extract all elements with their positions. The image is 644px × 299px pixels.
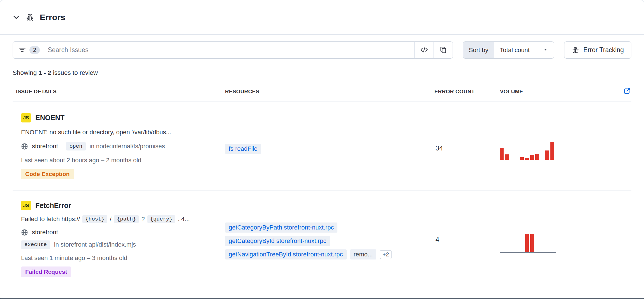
panel-content: 2 Sort by Total count bbox=[0, 41, 644, 286]
span-name-chip: execute bbox=[21, 240, 50, 249]
toolbar: 2 Sort by Total count bbox=[13, 41, 631, 59]
query-syntax-button[interactable] bbox=[414, 42, 434, 58]
volume-sparkline bbox=[500, 234, 556, 253]
filter-icon bbox=[18, 46, 26, 54]
last-seen-text: Last seen about 2 hours ago – 2 months o… bbox=[21, 157, 217, 164]
issue-row[interactable]: JS ENOENT ENOENT: no such file or direct… bbox=[13, 101, 631, 191]
resource-list: fs readFile bbox=[225, 144, 434, 154]
bug-icon bbox=[26, 13, 34, 22]
issue-row[interactable]: JS FetchError Failed to fetch https:// {… bbox=[13, 191, 631, 286]
col-header-error-count: ERROR COUNT bbox=[434, 89, 500, 95]
code-chip-path: {path} bbox=[114, 215, 139, 223]
resource-chip[interactable]: getNavigationTreeById storefront-nuxt.rp… bbox=[225, 249, 347, 259]
more-resources-badge[interactable]: +2 bbox=[380, 250, 392, 259]
copy-icon bbox=[439, 46, 447, 54]
code-chip-host: {host} bbox=[82, 215, 107, 223]
error-location: in storefront-api/dist/index.mjs bbox=[54, 241, 136, 248]
error-tracking-label: Error Tracking bbox=[583, 46, 624, 54]
error-count-value: 34 bbox=[435, 144, 443, 152]
volume-cell bbox=[500, 191, 631, 286]
globe-icon bbox=[21, 229, 28, 236]
issue-meta-row: storefront open in node:internal/fs/prom… bbox=[21, 142, 217, 150]
summary-range: 1 - 2 bbox=[39, 69, 51, 76]
table-header-row: ISSUE DETAILS RESOURCES ERROR COUNT VOLU… bbox=[13, 85, 631, 101]
sort-select[interactable]: Total count bbox=[494, 42, 554, 58]
resources-cell: fs readFile bbox=[225, 101, 434, 191]
panel-header: Errors bbox=[0, 0, 644, 35]
resource-chip-truncated[interactable]: remo... bbox=[350, 249, 376, 259]
resource-line: getNavigationTreeById storefront-nuxt.rp… bbox=[225, 249, 392, 259]
filter-count-badge: 2 bbox=[29, 46, 40, 54]
issue-title[interactable]: FetchError bbox=[35, 201, 71, 210]
resources-cell: getCategoryByPath storefront-nuxt.rpc ge… bbox=[225, 191, 434, 286]
service-name: storefront bbox=[32, 143, 58, 150]
resource-chip[interactable]: fs readFile bbox=[225, 144, 261, 154]
volume-sparkline bbox=[500, 142, 556, 160]
message-text: ? bbox=[141, 215, 145, 223]
globe-icon bbox=[21, 143, 28, 150]
issue-meta-row: storefront bbox=[21, 229, 217, 236]
issue-title-row: JS FetchError bbox=[21, 201, 217, 210]
issue-message: ENOENT: no such file or directory, open … bbox=[21, 129, 217, 136]
language-js-badge: JS bbox=[21, 201, 31, 210]
category-badge: Failed Request bbox=[21, 266, 71, 277]
search-bar: 2 bbox=[13, 41, 453, 59]
col-header-resources: RESOURCES bbox=[225, 89, 434, 95]
resource-chip[interactable]: getCategoryByPath storefront-nuxt.rpc bbox=[225, 222, 337, 233]
issue-details-cell: JS ENOENT ENOENT: no such file or direct… bbox=[13, 101, 225, 191]
language-js-badge: JS bbox=[21, 113, 31, 122]
search-input[interactable] bbox=[44, 42, 414, 58]
sort-selected-value: Total count bbox=[500, 47, 530, 54]
message-text: / bbox=[110, 215, 112, 223]
summary-prefix: Showing bbox=[13, 69, 37, 76]
category-badge: Code Exception bbox=[21, 169, 74, 179]
error-count-cell: 34 bbox=[434, 101, 500, 191]
results-summary: Showing 1 - 2 issues to review bbox=[13, 69, 631, 77]
error-location: in node:internal/fs/promises bbox=[90, 143, 165, 150]
issues-table: ISSUE DETAILS RESOURCES ERROR COUNT VOLU… bbox=[13, 85, 631, 286]
sort-control: Sort by Total count bbox=[463, 41, 554, 59]
issue-message: Failed to fetch https:// {host} / {path}… bbox=[21, 215, 217, 223]
collapse-chevron-icon[interactable] bbox=[13, 14, 20, 21]
divider bbox=[62, 143, 62, 150]
summary-suffix: issues to review bbox=[53, 69, 98, 76]
col-header-issue-details: ISSUE DETAILS bbox=[13, 89, 225, 95]
error-count-value: 4 bbox=[435, 236, 439, 243]
bug-icon bbox=[572, 46, 580, 54]
page-title: Errors bbox=[40, 13, 65, 22]
issue-details-cell: JS FetchError Failed to fetch https:// {… bbox=[13, 191, 225, 286]
chevron-down-icon bbox=[543, 47, 548, 54]
error-tracking-button[interactable]: Error Tracking bbox=[564, 41, 631, 59]
issue-meta-row: execute in storefront-api/dist/index.mjs bbox=[21, 240, 217, 249]
open-in-new-icon[interactable] bbox=[623, 87, 631, 96]
code-icon bbox=[420, 46, 428, 55]
col-header-volume-cell: VOLUME bbox=[500, 87, 631, 96]
service-name: storefront bbox=[32, 229, 58, 236]
span-name-chip: open bbox=[66, 142, 86, 150]
issue-title-row: JS ENOENT bbox=[21, 113, 217, 122]
last-seen-text: Last seen 1 minute ago – 3 months old bbox=[21, 254, 217, 262]
message-text: Failed to fetch https:// bbox=[21, 215, 80, 223]
volume-cell bbox=[500, 101, 631, 191]
error-count-cell: 4 bbox=[434, 191, 500, 286]
filters-button[interactable]: 2 bbox=[13, 42, 44, 58]
sort-by-label: Sort by bbox=[463, 42, 494, 58]
errors-panel: Errors 2 bbox=[0, 0, 644, 299]
message-text: . 4... bbox=[178, 215, 190, 223]
code-chip-query: {query} bbox=[147, 215, 175, 223]
issue-title[interactable]: ENOENT bbox=[35, 114, 64, 122]
copy-button[interactable] bbox=[434, 42, 453, 58]
col-header-volume: VOLUME bbox=[500, 89, 523, 95]
resource-chip[interactable]: getCategoryById storefront-nuxt.rpc bbox=[225, 236, 330, 246]
resource-list: getCategoryByPath storefront-nuxt.rpc ge… bbox=[225, 222, 434, 259]
